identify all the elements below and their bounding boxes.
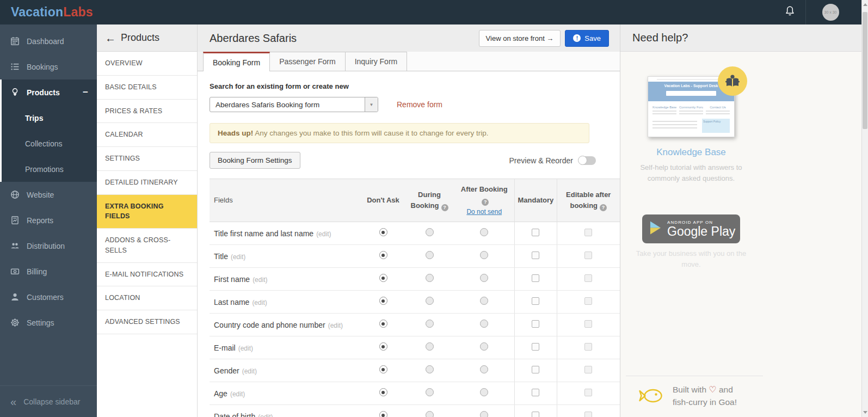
notifications-button[interactable] <box>774 0 805 24</box>
page-scrollbar[interactable] <box>861 0 868 417</box>
do-not-send-link[interactable]: Do not send <box>466 207 502 217</box>
editable-after-booking-checkbox[interactable] <box>584 274 592 282</box>
subnav-item-basic-details[interactable]: BASIC DETAILS <box>97 76 197 100</box>
knowledge-base-thumbnail[interactable]: Vacation Labs - Support Desk Knowledge B… <box>648 76 735 137</box>
sidebar-item-products[interactable]: Products− <box>2 79 97 105</box>
subnav-item-addons-cross-sells[interactable]: ADDONS & CROSS-SELLS <box>97 229 197 263</box>
radio-dont-ask[interactable] <box>379 365 387 373</box>
radio-during-booking[interactable] <box>426 365 434 373</box>
sidebar-item-settings[interactable]: Settings <box>0 310 97 335</box>
subnav-item-e-mail-notifications[interactable]: E-MAIL NOTIFICATIONS <box>97 263 197 287</box>
radio-after-booking[interactable] <box>480 365 488 373</box>
radio-dont-ask[interactable] <box>379 411 387 417</box>
editable-after-booking-checkbox[interactable] <box>584 343 592 351</box>
tab-passenger-form[interactable]: Passenger Form <box>270 52 345 71</box>
subnav-item-settings[interactable]: SETTINGS <box>97 147 197 171</box>
scrollbar-down-arrow[interactable] <box>863 411 867 414</box>
google-play-badge[interactable]: ANDROID APP ON Google Play <box>642 214 740 243</box>
radio-dont-ask[interactable] <box>379 274 387 282</box>
mandatory-checkbox[interactable] <box>532 343 539 351</box>
mandatory-checkbox[interactable] <box>532 320 539 328</box>
collapse-section-icon[interactable]: − <box>83 87 88 98</box>
edit-link[interactable]: (edit) <box>316 230 331 238</box>
edit-link[interactable]: (edit) <box>328 322 343 329</box>
help-question-icon[interactable] <box>482 199 489 206</box>
subnav-item-extra-booking-fields[interactable]: EXTRA BOOKING FIELDS <box>97 195 197 229</box>
radio-dont-ask[interactable] <box>379 297 387 305</box>
mandatory-checkbox[interactable] <box>532 252 539 259</box>
radio-after-booking[interactable] <box>480 411 488 417</box>
form-select[interactable]: Aberdares Safaris Booking form <box>210 97 378 112</box>
vacationlabs-logo[interactable]: VacationLabs <box>11 5 93 20</box>
editable-after-booking-checkbox[interactable] <box>584 297 592 305</box>
radio-after-booking[interactable] <box>480 251 488 259</box>
radio-dont-ask[interactable] <box>379 342 387 351</box>
radio-during-booking[interactable] <box>426 251 434 259</box>
radio-during-booking[interactable] <box>426 320 434 328</box>
mandatory-checkbox[interactable] <box>532 389 539 396</box>
back-to-products[interactable]: ← Products <box>97 24 197 52</box>
subnav-item-detailed-itinerary[interactable]: DETAILED ITINERARY <box>97 171 197 195</box>
sidebar-item-bookings[interactable]: Bookings <box>0 54 97 79</box>
edit-link[interactable]: (edit) <box>242 367 257 375</box>
editable-after-booking-checkbox[interactable] <box>584 389 592 396</box>
radio-during-booking[interactable] <box>426 411 434 417</box>
radio-after-booking[interactable] <box>480 320 488 328</box>
radio-after-booking[interactable] <box>480 228 488 236</box>
subnav-item-advanced-settings[interactable]: ADVANCED SETTINGS <box>97 310 197 334</box>
radio-dont-ask[interactable] <box>379 251 387 259</box>
sidebar-subitem-promotions[interactable]: Promotions <box>2 156 97 182</box>
subnav-item-overview[interactable]: OVERVIEW <box>97 52 197 76</box>
avatar[interactable]: 30 x 30 <box>822 4 839 21</box>
save-button[interactable]: Save <box>565 30 609 47</box>
booking-form-settings-button[interactable]: Booking Form Settings <box>210 152 300 169</box>
sidebar-item-reports[interactable]: Reports <box>0 207 97 233</box>
subnav-item-calendar[interactable]: CALENDAR <box>97 123 197 147</box>
radio-after-booking[interactable] <box>480 274 488 282</box>
sidebar-subitem-collections[interactable]: Collections <box>2 131 97 156</box>
radio-after-booking[interactable] <box>480 388 488 396</box>
mandatory-checkbox[interactable] <box>532 274 539 282</box>
radio-after-booking[interactable] <box>480 297 488 305</box>
editable-after-booking-checkbox[interactable] <box>584 252 592 259</box>
editable-after-booking-checkbox[interactable] <box>584 366 592 373</box>
edit-link[interactable]: (edit) <box>252 299 267 306</box>
help-question-icon[interactable] <box>600 204 607 211</box>
radio-dont-ask[interactable] <box>379 320 387 328</box>
subnav-item-location[interactable]: LOCATION <box>97 286 197 310</box>
remove-form-link[interactable]: Remove form <box>397 100 442 109</box>
help-question-icon[interactable] <box>441 204 448 211</box>
sidebar-subitem-trips[interactable]: Trips <box>2 105 97 131</box>
scrollbar-up-arrow[interactable] <box>863 3 867 6</box>
editable-after-booking-checkbox[interactable] <box>584 320 592 328</box>
sidebar-item-distribution[interactable]: Distribution <box>0 233 97 259</box>
mandatory-checkbox[interactable] <box>532 297 539 305</box>
subnav-item-prices-rates[interactable]: PRICES & RATES <box>97 100 197 124</box>
sidebar-item-customers[interactable]: Customers <box>0 284 97 310</box>
edit-link[interactable]: (edit) <box>230 390 245 398</box>
edit-link[interactable]: (edit) <box>258 413 273 417</box>
sidebar-item-website[interactable]: Website <box>0 182 97 207</box>
view-store-front-button[interactable]: View on store front → <box>479 30 561 47</box>
radio-after-booking[interactable] <box>480 342 488 351</box>
tab-booking-form[interactable]: Booking Form <box>203 52 270 71</box>
edit-link[interactable]: (edit) <box>231 253 245 261</box>
edit-link[interactable]: (edit) <box>253 276 267 284</box>
mandatory-checkbox[interactable] <box>532 366 539 373</box>
mandatory-checkbox[interactable] <box>532 412 539 417</box>
collapse-sidebar-button[interactable]: « Collapse sidebar <box>0 385 97 417</box>
radio-during-booking[interactable] <box>426 297 434 305</box>
radio-during-booking[interactable] <box>426 228 434 236</box>
radio-dont-ask[interactable] <box>379 228 387 236</box>
radio-during-booking[interactable] <box>426 274 434 282</box>
knowledge-base-link[interactable]: Knowledge Base <box>656 147 726 158</box>
tab-inquiry-form[interactable]: Inquiry Form <box>346 52 408 71</box>
radio-dont-ask[interactable] <box>379 388 387 396</box>
preview-reorder-toggle[interactable] <box>578 156 596 165</box>
radio-during-booking[interactable] <box>426 342 434 351</box>
sidebar-item-dashboard[interactable]: Dashboard <box>0 28 97 54</box>
chevron-down-icon[interactable] <box>365 97 378 112</box>
mandatory-checkbox[interactable] <box>532 229 539 236</box>
edit-link[interactable]: (edit) <box>238 345 253 352</box>
radio-during-booking[interactable] <box>426 388 434 396</box>
